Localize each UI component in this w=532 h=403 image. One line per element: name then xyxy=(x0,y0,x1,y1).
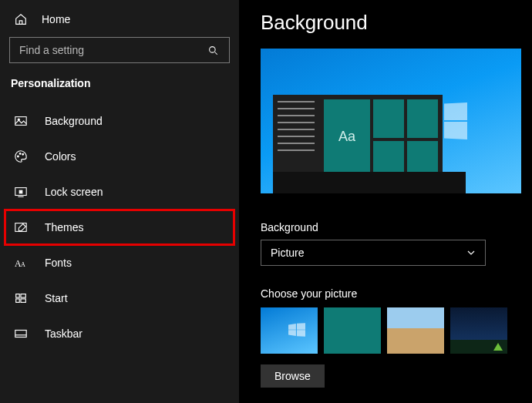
svg-rect-7 xyxy=(19,190,22,193)
palette-icon xyxy=(14,149,28,163)
sidebar-item-label: Start xyxy=(45,292,68,304)
home-label: Home xyxy=(42,13,70,25)
sidebar-item-themes[interactable]: Themes xyxy=(5,210,234,245)
page-title: Background xyxy=(261,11,532,35)
svg-point-2 xyxy=(18,119,19,120)
svg-marker-18 xyxy=(444,102,467,120)
sidebar-item-label: Taskbar xyxy=(45,327,82,340)
sidebar-item-taskbar[interactable]: Taskbar xyxy=(0,316,239,351)
svg-rect-1 xyxy=(15,117,26,126)
search-icon xyxy=(206,43,220,57)
browse-button[interactable]: Browse xyxy=(261,364,325,388)
chevron-down-icon xyxy=(466,248,476,257)
sidebar-item-colors[interactable]: Colors xyxy=(0,139,239,174)
svg-rect-13 xyxy=(16,299,20,303)
picture-icon xyxy=(14,114,28,128)
choose-picture-label: Choose your picture xyxy=(261,287,532,300)
search-placeholder: Find a setting xyxy=(19,44,84,56)
preview-tile-text: Aa xyxy=(324,99,370,173)
picture-thumbnail[interactable] xyxy=(387,307,444,354)
sidebar-item-background[interactable]: Background xyxy=(0,103,239,139)
sidebar-item-fonts[interactable]: AA Fonts xyxy=(0,245,239,280)
desktop-preview: Aa xyxy=(261,49,521,193)
picture-thumbnail[interactable] xyxy=(261,307,318,354)
sidebar-item-start[interactable]: Start xyxy=(0,280,239,316)
svg-rect-15 xyxy=(15,331,26,338)
picture-thumbnail[interactable] xyxy=(324,307,381,354)
svg-text:A: A xyxy=(21,261,25,268)
svg-point-3 xyxy=(18,156,19,157)
svg-marker-22 xyxy=(297,323,305,329)
svg-marker-20 xyxy=(444,122,467,139)
lock-screen-icon xyxy=(14,185,28,199)
picture-thumbnails xyxy=(261,307,532,354)
dropdown-value: Picture xyxy=(271,247,305,259)
section-title: Personalization xyxy=(0,77,239,103)
sidebar-item-label: Background xyxy=(45,115,103,127)
background-dropdown-label: Background xyxy=(261,221,532,233)
search-input[interactable]: Find a setting xyxy=(9,37,230,63)
sidebar-item-label: Colors xyxy=(45,150,76,163)
home-button[interactable]: Home xyxy=(0,9,239,37)
svg-rect-14 xyxy=(21,299,25,303)
svg-point-5 xyxy=(22,153,24,155)
sidebar-item-label: Fonts xyxy=(45,257,72,269)
svg-point-4 xyxy=(19,153,21,155)
fonts-icon: AA xyxy=(14,256,28,270)
svg-marker-24 xyxy=(297,330,305,336)
sidebar: Home Find a setting Personalization Back… xyxy=(0,0,239,403)
svg-marker-23 xyxy=(288,330,296,336)
sidebar-item-label: Themes xyxy=(45,221,84,233)
picture-thumbnail[interactable] xyxy=(450,307,507,354)
taskbar-icon xyxy=(14,327,28,341)
svg-rect-12 xyxy=(21,294,25,298)
sidebar-item-lock-screen[interactable]: Lock screen xyxy=(0,174,239,210)
sidebar-item-label: Lock screen xyxy=(45,186,103,198)
background-type-dropdown[interactable]: Picture xyxy=(261,240,486,266)
themes-icon xyxy=(14,220,28,234)
settings-window: Home Find a setting Personalization Back… xyxy=(0,0,532,403)
preview-start-menu: Aa xyxy=(273,95,443,172)
preview-taskbar xyxy=(273,172,466,193)
svg-rect-11 xyxy=(16,294,20,298)
main-panel: Background Aa Background Picture Choose … xyxy=(239,0,532,403)
start-icon xyxy=(14,291,28,305)
svg-point-0 xyxy=(209,46,215,52)
svg-marker-21 xyxy=(288,324,296,330)
home-icon xyxy=(14,12,28,26)
